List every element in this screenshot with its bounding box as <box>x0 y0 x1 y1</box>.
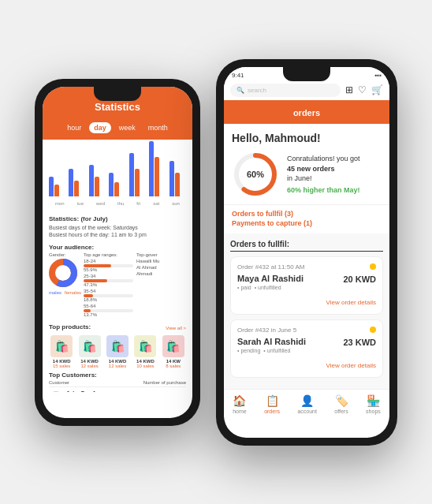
audience-row: Gender: males females <box>49 252 186 319</box>
bar-orange <box>95 177 99 196</box>
age-ranges: Top age ranges: 18-24 55.9% 25-34 47.3% … <box>84 252 133 319</box>
bar-orange <box>175 173 180 196</box>
product-item: 🛍️ 14 KWD 15 sales <box>49 335 74 368</box>
greeting-text-block: Conratulations! you got 45 new orders in… <box>287 154 382 194</box>
tab-hour[interactable]: hour <box>62 122 86 133</box>
order-2-amount: 23 KWD <box>343 338 376 347</box>
chart-label: fri <box>136 201 140 206</box>
age-row: 18-24 55.9% <box>84 259 133 272</box>
stats-title: Statistics <box>50 101 184 113</box>
orders-title-bar: orders <box>224 100 389 124</box>
order-1-tags: paid unfulfilled <box>237 285 376 290</box>
progress-donut: 60% <box>232 151 279 198</box>
bar-orange <box>74 181 79 196</box>
search-icon: 🔍 <box>236 87 244 94</box>
view-all-link[interactable]: View all > <box>166 326 186 330</box>
chart-label: wed <box>96 201 105 206</box>
right-screen: 9:41 ▪▪▪ 🔍 search ⊞ ♡ 🛒 orders <box>224 67 389 438</box>
age-bars: 18-24 55.9% 25-34 47.3% 35-54 18.8% 55-6… <box>84 259 133 317</box>
order-card-1: Order #432 at 11:50 AM Maya Al Rashidi 2… <box>230 256 383 315</box>
top-gov: Top-gover Hawalli MuAl AhmadAhmadi <box>136 252 186 278</box>
nav-label-shops: shops <box>366 409 381 414</box>
heart-icon[interactable]: ♡ <box>358 84 367 95</box>
bar-chart <box>49 144 186 200</box>
order-card-2: Order #432 in June 5 Sarah Al Rashidi 23… <box>230 319 383 378</box>
product-item: 🛍️ 14 KWD 12 sales <box>76 335 102 368</box>
bar-orange <box>114 182 119 196</box>
bar-group <box>109 173 125 196</box>
order-2-tags: pending unfulfilled <box>237 348 376 353</box>
bar-chart-area: montuewedthufrisatsun <box>43 140 192 211</box>
nav-icon-orders: 📋 <box>266 394 279 407</box>
nav-label-orders: orders <box>264 409 280 414</box>
bar-orange <box>54 185 59 196</box>
audience-title: Your audience: <box>49 244 186 251</box>
nav-item-shops[interactable]: 🏪 shops <box>366 394 381 414</box>
search-input-wrap[interactable]: 🔍 search <box>230 84 341 97</box>
tab-day[interactable]: day <box>89 122 111 133</box>
customer-info: John Doe 1 Total spent to date 120 KWD <box>66 390 177 391</box>
nav-icon-home: 🏠 <box>233 394 246 407</box>
age-row: 35-54 18.8% <box>84 289 133 302</box>
order-2-date: Order #432 in June 5 <box>237 327 296 334</box>
grid-icon[interactable]: ⊞ <box>345 84 353 95</box>
customer-avatar: 👤 <box>49 391 63 392</box>
payments-capture-link[interactable]: Payments to capture (1) <box>232 219 382 227</box>
customer-row: 👤 John Doe 1 Total spent to date 120 KWD… <box>49 390 186 391</box>
audience-section: Your audience: Gender: males females <box>49 244 186 319</box>
nav-item-offers[interactable]: 🏷️ offers <box>334 394 348 414</box>
tab-week[interactable]: week <box>114 122 140 133</box>
age-row: 55-64 13.7% <box>84 304 133 317</box>
top-products-header: Top products: View all > <box>49 323 186 332</box>
product-item: 🛍️ 14 KWD 10 sales <box>132 335 158 368</box>
tab-month[interactable]: month <box>143 122 173 133</box>
search-bar: 🔍 search ⊞ ♡ 🛒 <box>224 80 389 100</box>
nav-label-account: account <box>297 409 317 414</box>
top-products-title: Top products: <box>49 323 91 330</box>
donut-percentage: 60% <box>247 170 264 179</box>
bar-blue <box>69 169 73 196</box>
right-phone: 9:41 ▪▪▪ 🔍 search ⊞ ♡ 🛒 orders <box>216 59 397 446</box>
nav-item-account[interactable]: 👤 account <box>297 394 317 414</box>
bar-blue <box>149 141 154 196</box>
chart-label: sun <box>172 201 180 206</box>
bar-orange <box>135 169 140 196</box>
stats-content: Statistics: (for July) Busiest days of t… <box>43 211 192 392</box>
bar-blue <box>109 173 114 196</box>
right-notch <box>283 67 330 81</box>
nav-icon-shops: 🏪 <box>367 394 380 407</box>
orders-fullfil-link[interactable]: Orders to fullfil (3) <box>232 210 382 218</box>
bar-group <box>49 177 65 196</box>
order-1-status-dot <box>370 263 376 270</box>
higher-text: 60% higher than May! <box>287 186 382 194</box>
nav-item-orders[interactable]: 📋 orders <box>264 394 280 414</box>
chart-label: thu <box>117 201 124 206</box>
orders-list: Orders to fullfil: Order #432 at 11:50 A… <box>224 233 389 389</box>
order-2-view-link[interactable]: View order details <box>326 362 376 369</box>
greeting-section: Hello, Mahmoud! 60% Conratulations! you … <box>224 124 389 204</box>
order-2-status-dot <box>370 327 376 333</box>
bar-group <box>169 161 186 196</box>
products-row: 🛍️ 14 KWD 15 sales 🛍️ 14 KWD 12 sales 🛍️… <box>49 335 186 368</box>
quick-links: Orders to fullfil (3) Payments to captur… <box>224 204 389 233</box>
bar-blue <box>129 153 134 196</box>
nav-item-home[interactable]: 🏠 home <box>233 394 247 414</box>
chart-label: sat <box>153 201 159 206</box>
nav-label-offers: offers <box>334 409 348 414</box>
customers-table-header: Customer Number of purchase <box>49 380 186 387</box>
greeting-card: 60% Conratulations! you got 45 new order… <box>232 151 382 198</box>
gov-item: Al Ahmad <box>136 265 186 270</box>
nav-icon-account: 👤 <box>300 394 314 407</box>
chart-labels: montuewedthufrisatsun <box>49 201 186 206</box>
gender-chart <box>49 259 77 287</box>
gov-list: Hawalli MuAl AhmadAhmadi <box>136 259 186 276</box>
order-1-view-link[interactable]: View order details <box>326 299 376 306</box>
stats-busiest-days: Busiest days of the week: Saturdays Busi… <box>49 224 186 240</box>
cart-icon[interactable]: 🛒 <box>371 84 383 95</box>
bar-blue <box>49 177 54 196</box>
bar-group <box>69 169 85 196</box>
chart-label: tue <box>77 201 84 206</box>
left-phone: Statistics hour day week month montuewed… <box>35 79 200 426</box>
order-1-date: Order #432 at 11:50 AM <box>237 263 304 271</box>
bar-group <box>149 141 166 196</box>
